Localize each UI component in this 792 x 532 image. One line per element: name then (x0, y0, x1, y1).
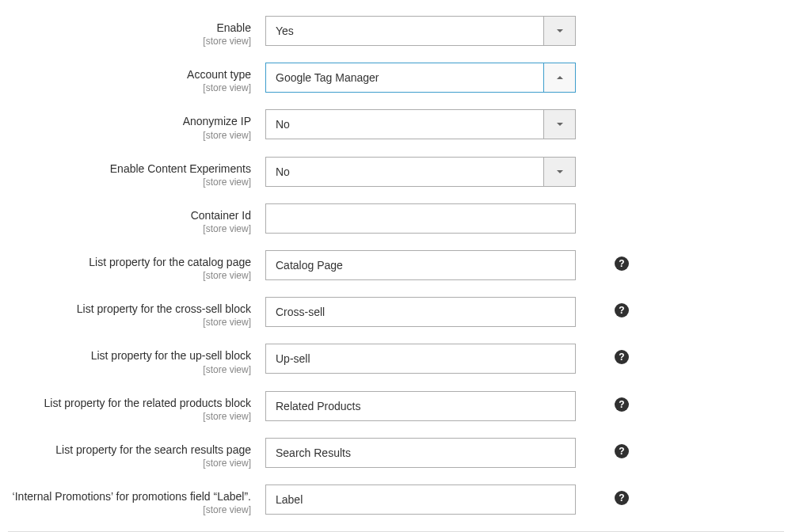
enable-select[interactable]: Yes (265, 16, 576, 46)
anonymize-ip-select-value: No (266, 118, 543, 131)
input-col (265, 297, 606, 327)
list-up-sell-scope: [store view] (8, 364, 251, 375)
label-col: ‘Internal Promotions’ for promotions fie… (8, 484, 265, 515)
list-related-label: List property for the related products b… (8, 396, 251, 410)
field-row-container-id: Container Id [store view] (8, 203, 784, 234)
list-cross-sell-input[interactable] (265, 297, 576, 327)
help-icon[interactable]: ? (615, 350, 629, 364)
help-icon[interactable]: ? (615, 397, 629, 412)
help-col: ? (606, 250, 630, 271)
label-col: Enable Content Experiments [store view] (8, 157, 265, 188)
label-col: Container Id [store view] (8, 203, 265, 234)
help-icon[interactable]: ? (615, 491, 629, 505)
anonymize-ip-scope: [store view] (8, 130, 251, 141)
label-col: List property for the catalog page [stor… (8, 250, 265, 281)
account-type-select-value: Google Tag Manager (266, 71, 543, 84)
input-col (265, 203, 606, 234)
input-col: No (265, 157, 606, 187)
account-type-label: Account type (8, 67, 251, 82)
field-row-account-type: Account type [store view] Google Tag Man… (8, 63, 784, 93)
help-col: ? (606, 391, 630, 412)
list-search-input[interactable] (265, 438, 576, 468)
label-col: List property for the search results pag… (8, 438, 265, 469)
field-row-list-up-sell: List property for the up-sell block [sto… (8, 344, 784, 374)
container-id-label: Container Id (8, 208, 251, 222)
enable-label: Enable (8, 21, 251, 35)
list-related-input[interactable] (265, 391, 576, 421)
list-search-label: List property for the search results pag… (8, 443, 251, 457)
list-related-scope: [store view] (8, 411, 251, 422)
input-col (265, 391, 606, 421)
label-col: List property for the up-sell block [sto… (8, 344, 265, 374)
input-col: No (265, 109, 606, 139)
list-up-sell-label: List property for the up-sell block (8, 348, 251, 363)
field-row-enable: Enable [store view] Yes (8, 16, 784, 47)
field-row-list-cross-sell: List property for the cross-sell block [… (8, 297, 784, 328)
content-experiments-label: Enable Content Experiments (8, 162, 251, 176)
container-id-input[interactable] (265, 203, 576, 234)
enable-select-value: Yes (266, 25, 543, 37)
input-col (265, 250, 606, 280)
account-type-select[interactable]: Google Tag Manager (265, 63, 576, 93)
label-col: List property for the related products b… (8, 391, 265, 422)
label-col: List property for the cross-sell block [… (8, 297, 265, 328)
input-col (265, 344, 606, 374)
field-row-anonymize-ip: Anonymize IP [store view] No (8, 109, 784, 140)
help-icon[interactable]: ? (615, 303, 629, 317)
list-cross-sell-scope: [store view] (8, 317, 251, 328)
chevron-down-icon (543, 110, 575, 139)
help-col: ? (606, 484, 630, 505)
input-col: Yes (265, 16, 606, 46)
internal-promotions-scope: [store view] (8, 504, 251, 515)
anonymize-ip-select[interactable]: No (265, 109, 576, 139)
input-col (265, 438, 606, 468)
field-row-internal-promotions: ‘Internal Promotions’ for promotions fie… (8, 484, 784, 515)
label-col: Anonymize IP [store view] (8, 109, 265, 140)
label-col: Account type [store view] (8, 63, 265, 93)
list-up-sell-input[interactable] (265, 344, 576, 374)
chevron-down-icon (543, 17, 575, 45)
settings-form: Enable [store view] Yes Account type [st… (8, 16, 784, 532)
internal-promotions-label: ‘Internal Promotions’ for promotions fie… (8, 489, 251, 504)
field-row-list-related: List property for the related products b… (8, 391, 784, 422)
list-search-scope: [store view] (8, 458, 251, 469)
help-col: ? (606, 438, 630, 458)
list-cross-sell-label: List property for the cross-sell block (8, 302, 251, 316)
account-type-scope: [store view] (8, 82, 251, 93)
list-catalog-input[interactable] (265, 250, 576, 280)
enable-scope: [store view] (8, 36, 251, 47)
content-experiments-scope: [store view] (8, 177, 251, 188)
help-col: ? (606, 297, 630, 317)
field-row-content-experiments: Enable Content Experiments [store view] … (8, 157, 784, 188)
internal-promotions-input[interactable] (265, 484, 576, 515)
anonymize-ip-label: Anonymize IP (8, 114, 251, 128)
field-row-list-search: List property for the search results pag… (8, 438, 784, 469)
list-catalog-label: List property for the catalog page (8, 255, 251, 269)
help-icon[interactable]: ? (615, 256, 629, 271)
chevron-up-icon (543, 63, 575, 92)
field-row-list-catalog: List property for the catalog page [stor… (8, 250, 784, 281)
list-catalog-scope: [store view] (8, 270, 251, 281)
content-experiments-select-value: No (266, 165, 543, 178)
input-col (265, 484, 606, 515)
content-experiments-select[interactable]: No (265, 157, 576, 187)
container-id-scope: [store view] (8, 223, 251, 234)
input-col: Google Tag Manager (265, 63, 606, 93)
help-icon[interactable]: ? (615, 444, 629, 458)
chevron-down-icon (543, 158, 575, 186)
help-col: ? (606, 344, 630, 364)
label-col: Enable [store view] (8, 16, 265, 47)
